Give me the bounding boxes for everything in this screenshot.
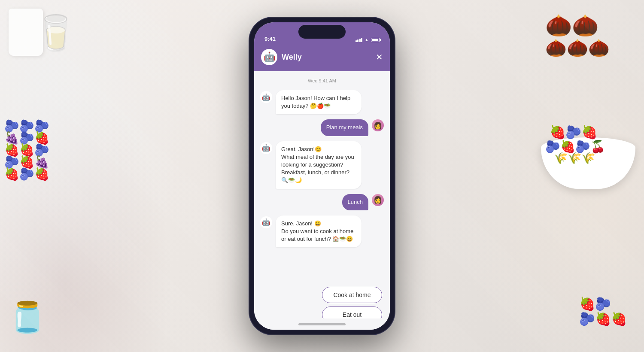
cook-at-home-button[interactable]: Cook at home [322, 287, 382, 303]
phone-wrapper: 9:41 ▲ 🤖 [249, 17, 395, 335]
bot-bubble-3: Sure, Jason! 😀Do you want to cook at hom… [276, 215, 361, 248]
bot-bubble-2: Great, Jason!😊What meal of the day are y… [276, 141, 361, 189]
chat-timestamp: Wed 9:41 AM [260, 78, 384, 83]
eat-out-button[interactable]: Eat out [322, 306, 382, 319]
home-indicator [298, 323, 346, 325]
message-row-bot-2: 🤖 Great, Jason!😊What meal of the day are… [260, 141, 384, 189]
bot-emoji: 🤖 [264, 52, 275, 63]
message-row-user-2: 👩 Lunch [260, 194, 384, 210]
battery-icon [371, 38, 380, 42]
user-avatar-2: 👩 [372, 194, 384, 206]
bot-avatar-msg-2: 🤖 [260, 142, 272, 154]
close-button[interactable]: ✕ [376, 53, 383, 61]
signal-icon [355, 38, 363, 42]
bot-bubble-1: Hello Jason! How can I help you today? 🤔… [276, 90, 361, 114]
dynamic-island [298, 25, 346, 39]
phone-screen: 9:41 ▲ 🤖 [254, 22, 390, 330]
wifi-icon: ▲ [365, 37, 369, 42]
user-bubble-1: Plan my meals [321, 119, 368, 136]
jam-bowl: 🫙 [9, 300, 46, 335]
message-row-user: 👩 Plan my meals [260, 119, 384, 136]
berry-bowl-right: 🍓🫐🍓 🫐🍓🫐🍒 🌾🌾🌾 [541, 120, 635, 189]
chat-spacer [260, 252, 384, 278]
berries-bottom-right: 🍓🫐 🫐🍓🍓 [579, 296, 627, 326]
bot-avatar: 🤖 [261, 49, 277, 65]
message-row-bot-3: 🤖 Sure, Jason! 😀Do you want to cook at h… [260, 215, 384, 248]
bot-avatar-msg: 🤖 [260, 91, 272, 103]
status-time: 9:41 [264, 36, 276, 42]
user-bubble-2: Lunch [342, 194, 368, 210]
message-row: 🤖 Hello Jason! How can I help you today?… [260, 90, 384, 114]
app-title: Welly [282, 53, 371, 62]
bot-avatar-msg-3: 🤖 [260, 216, 272, 228]
chat-area: Wed 9:41 AM 🤖 Hello Jason! How can I hel… [254, 71, 390, 319]
nuts-deco: 🌰🌰 🌰🌰🌰 [545, 13, 610, 58]
home-indicator-bar [254, 319, 390, 330]
quick-replies: Cook at home Eat out [260, 283, 384, 319]
berry-cluster-left: 🫐🫐🫐 🍇🫐🍓 🍓🍓🫐 🫐🍓🍇 🍓🫐🍓 [4, 120, 49, 180]
phone: 9:41 ▲ 🤖 [249, 17, 395, 335]
status-icons: ▲ [355, 37, 380, 42]
app-header: 🤖 Welly ✕ [254, 46, 390, 71]
glass-left [9, 9, 43, 56]
user-avatar-1: 👩 [372, 119, 384, 131]
